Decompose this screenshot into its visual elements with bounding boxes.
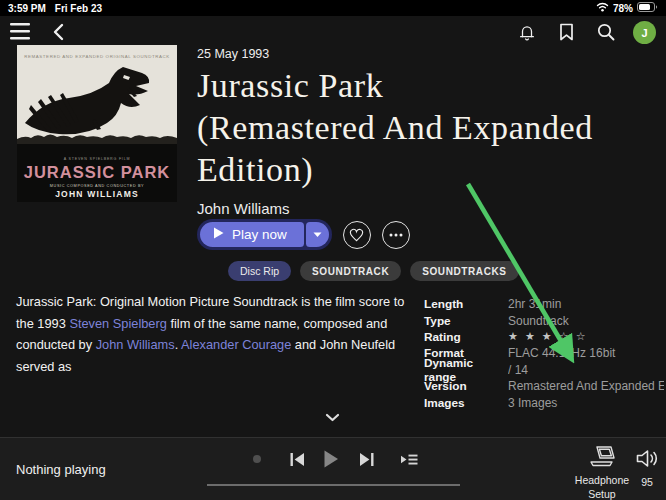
- status-left: 3:59 PM Fri Feb 23: [8, 3, 102, 14]
- artist-link[interactable]: John Williams: [197, 200, 659, 217]
- player-bar: Nothing playing Headphone Setup 95: [0, 437, 666, 500]
- zone-label-line1: Headphone: [573, 474, 631, 486]
- status-date: Fri Feb 23: [55, 3, 102, 14]
- expand-description-chevron-icon[interactable]: [325, 408, 340, 426]
- album-details-table: Length 2hr 31min Type Soundtrack Rating …: [424, 296, 664, 411]
- status-time: 3:59 PM: [8, 3, 46, 14]
- play-now-split-button: Play now: [197, 219, 332, 250]
- favorite-heart-button[interactable]: [343, 221, 371, 249]
- status-bar: 3:59 PM Fri Feb 23 78%: [0, 0, 666, 16]
- zone-label-line2: Setup: [573, 488, 631, 500]
- album-actions: Play now: [197, 219, 410, 250]
- detail-value: Remastered And Expanded Edi: [508, 379, 664, 393]
- volume-value: 95: [631, 476, 663, 488]
- hamburger-menu-icon[interactable]: [10, 23, 30, 44]
- queue-icon[interactable]: [400, 452, 418, 471]
- detail-value: / 14: [508, 363, 664, 377]
- volume-speaker-icon: [635, 455, 659, 472]
- detail-row-images: Images 3 Images: [424, 394, 664, 410]
- app-screen: 3:59 PM Fri Feb 23 78% J REMAS: [0, 0, 666, 500]
- bookmark-icon[interactable]: [559, 23, 574, 45]
- album-title-line: (Remastered And Expanded: [197, 107, 659, 149]
- wifi-icon: [596, 2, 609, 14]
- detail-row-length: Length 2hr 31min: [424, 296, 664, 312]
- tag-disc-rip[interactable]: Disc Rip: [228, 261, 291, 281]
- album-art[interactable]: REMASTERED AND EXPANDED ORIGINAL SOUNDTR…: [17, 45, 177, 202]
- art-film-credit: A STEVEN SPIELBERG FILM: [64, 157, 131, 161]
- battery-icon: [637, 2, 658, 14]
- tag-list: Disc Rip SOUNDTRACK SOUNDTRACKS: [228, 261, 519, 281]
- seek-bar[interactable]: [207, 484, 460, 486]
- detail-value: 2hr 31min: [508, 297, 664, 311]
- detail-label: Version: [424, 379, 508, 393]
- profile-avatar[interactable]: J: [633, 21, 656, 44]
- inline-link[interactable]: John Williams: [96, 337, 175, 352]
- next-track-button[interactable]: [358, 451, 376, 472]
- play-button[interactable]: [322, 449, 340, 473]
- battery-percent: 78%: [613, 3, 633, 14]
- album-title-line: Edition): [197, 149, 659, 191]
- detail-row-version: Version Remastered And Expanded Edi: [424, 378, 664, 394]
- tag-soundtracks[interactable]: SOUNDTRACKS: [410, 261, 518, 281]
- detail-label: Type: [424, 314, 508, 328]
- art-composer-line: MUSIC COMPOSED AND CONDUCTED BY: [50, 184, 144, 188]
- inline-link[interactable]: Steven Spielberg: [69, 316, 166, 331]
- detail-label: Rating: [424, 330, 508, 344]
- art-composer: JOHN WILLIAMS: [55, 189, 139, 199]
- now-playing-status: Nothing playing: [16, 462, 106, 477]
- detail-row-dynamic-range: Dynamic range / 14: [424, 362, 664, 378]
- radio-dot-icon[interactable]: [253, 455, 261, 463]
- avatar-initial: J: [641, 27, 647, 39]
- album-title: Jurassic Park (Remastered And Expanded E…: [197, 65, 659, 191]
- detail-value: Soundtrack: [508, 314, 664, 328]
- album-title-line: Jurassic Park: [197, 65, 659, 107]
- tag-soundtrack[interactable]: SOUNDTRACK: [300, 261, 401, 281]
- back-icon[interactable]: [52, 23, 64, 45]
- detail-row-rating: Rating ★ ★ ★ ☆ ☆: [424, 329, 664, 345]
- art-title: JURASSIC PARK: [24, 163, 171, 181]
- inline-link[interactable]: Alexander Courage: [181, 337, 291, 352]
- play-icon: [213, 227, 224, 242]
- detail-label: Images: [424, 396, 508, 410]
- play-now-label: Play now: [232, 227, 287, 242]
- detail-value: 3 Images: [508, 396, 664, 410]
- notifications-bell-icon[interactable]: [518, 23, 536, 46]
- volume-control[interactable]: 95: [631, 448, 663, 488]
- detail-value: FLAC 44.1kHz 16bit: [508, 346, 664, 360]
- detail-label: Length: [424, 297, 508, 311]
- rating-stars[interactable]: ★ ★ ★ ☆ ☆: [508, 330, 664, 343]
- play-now-button[interactable]: Play now: [200, 222, 304, 247]
- zone-device-icon: [587, 454, 617, 471]
- more-options-button[interactable]: [382, 221, 410, 249]
- album-description: Jurassic Park: Original Motion Picture S…: [16, 291, 423, 377]
- status-right: 78%: [596, 2, 658, 14]
- release-date: 25 May 1993: [197, 47, 659, 61]
- art-caption: REMASTERED AND EXPANDED ORIGINAL SOUNDTR…: [24, 54, 170, 59]
- previous-track-button[interactable]: [288, 451, 306, 472]
- search-icon[interactable]: [597, 23, 615, 45]
- play-options-dropdown-button[interactable]: [306, 222, 329, 247]
- detail-row-type: Type Soundtrack: [424, 312, 664, 328]
- zone-selector[interactable]: Headphone Setup: [573, 445, 631, 500]
